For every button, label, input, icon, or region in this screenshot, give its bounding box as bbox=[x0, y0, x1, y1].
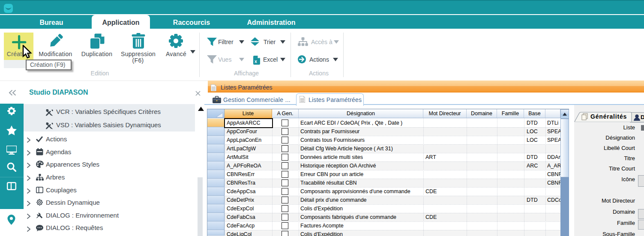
svg-text:x: x bbox=[255, 59, 257, 64]
